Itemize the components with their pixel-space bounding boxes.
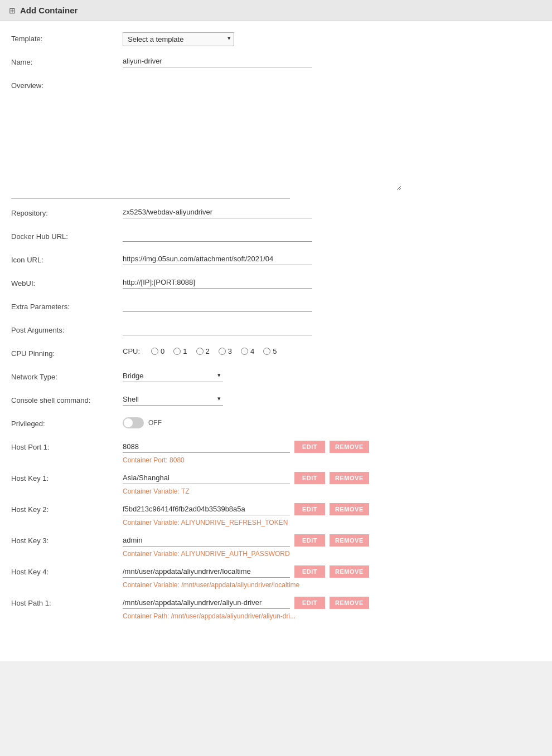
cpu-option-2[interactable]: 2 [196,347,210,355]
form-body: Template: Select a template nginx ubuntu… [0,21,552,639]
cpu-pinning-control: CPU: 0 1 2 3 4 [123,347,541,355]
host-key-2-edit-button[interactable]: EDIT [294,503,325,515]
privileged-row: Privileged: OFF [11,417,541,433]
privileged-label: Privileged: [11,417,123,428]
host-key-1-input[interactable] [123,472,290,484]
host-key-1-label: Host Key 1: [11,472,123,482]
host-port-1-control: EDIT REMOVE Container Port: 8080 [123,441,541,464]
cpu-radio-2[interactable] [196,348,204,355]
template-control: Select a template nginx ubuntu alpine [123,32,541,46]
host-key-2-input-row: EDIT REMOVE [123,503,541,515]
host-port-1-label: Host Port 1: [11,441,123,451]
host-key-2-remove-button[interactable]: REMOVE [330,503,369,515]
cpu-option-5[interactable]: 5 [263,347,277,355]
docker-hub-url-control [123,230,541,242]
host-path-1-row: Host Path 1: EDIT REMOVE Container Path:… [11,597,541,620]
overview-control [123,79,541,191]
icon-url-label: Icon URL: [11,253,123,264]
post-arguments-input[interactable] [123,324,312,335]
host-key-4-container-label: Container Variable: /mnt/user/appdata/al… [123,581,541,589]
icon-url-input[interactable] [123,253,312,265]
name-input[interactable] [123,56,312,67]
webui-control [123,277,541,289]
host-port-1-edit-button[interactable]: EDIT [294,441,325,453]
webui-input[interactable] [123,277,312,289]
name-row: Name: [11,56,541,71]
docker-hub-url-label: Docker Hub URL: [11,230,123,241]
webui-row: WebUI: [11,277,541,292]
page-title: Add Container [20,6,78,15]
host-path-1-label: Host Path 1: [11,597,123,607]
host-key-1-input-row: EDIT REMOVE [123,472,541,484]
host-key-1-edit-button[interactable]: EDIT [294,472,325,484]
network-type-control: Bridge Host None Custom [123,370,541,382]
cpu-option-3[interactable]: 3 [219,347,232,355]
privileged-control: OFF [123,417,541,428]
host-key-4-row: Host Key 4: EDIT REMOVE Container Variab… [11,565,541,589]
host-key-1-remove-button[interactable]: REMOVE [330,472,369,484]
host-port-1-input[interactable] [123,441,290,453]
host-port-1-remove-button[interactable]: REMOVE [330,441,369,453]
cpu-option-1[interactable]: 1 [173,347,187,355]
host-port-1-input-row: EDIT REMOVE [123,441,541,453]
network-type-select-wrapper: Bridge Host None Custom [123,370,223,382]
host-path-1-edit-button[interactable]: EDIT [294,597,325,609]
cpu-radio-0[interactable] [151,348,158,355]
cpu-radio-3[interactable] [219,348,226,355]
name-label: Name: [11,56,123,66]
grid-icon: ⊞ [9,6,16,15]
host-path-1-remove-button[interactable]: REMOVE [330,597,369,609]
host-key-4-remove-button[interactable]: REMOVE [330,565,369,578]
overview-textarea[interactable] [123,79,401,191]
host-key-3-container-label: Container Variable: ALIYUNDRIVE_AUTH_PAS… [123,550,541,558]
overview-row: Overview: [11,79,541,191]
network-type-label: Network Type: [11,370,123,381]
cpu-radio-1[interactable] [173,348,181,355]
cpu-option-4[interactable]: 4 [241,347,254,355]
template-label: Template: [11,32,123,43]
console-shell-row: Console shell command: Shell bash sh ash [11,394,541,409]
cpu-pinning-row: CPU Pinning: CPU: 0 1 2 3 [11,347,541,363]
icon-url-row: Icon URL: [11,253,541,269]
host-key-4-input-row: EDIT REMOVE [123,565,541,578]
privileged-toggle[interactable] [123,417,144,428]
host-key-3-remove-button[interactable]: REMOVE [330,534,369,547]
cpu-option-0[interactable]: 0 [151,347,164,355]
console-shell-control: Shell bash sh ash [123,394,541,406]
host-key-2-input[interactable] [123,504,290,515]
host-key-3-control: EDIT REMOVE Container Variable: ALIYUNDR… [123,534,541,558]
cpu-radio-5[interactable] [263,348,270,355]
host-key-3-row: Host Key 3: EDIT REMOVE Container Variab… [11,534,541,558]
host-key-2-control: EDIT REMOVE Container Variable: ALIYUNDR… [123,503,541,526]
docker-hub-url-input[interactable] [123,230,312,242]
extra-parameters-row: Extra Parameters: [11,300,541,316]
console-shell-select[interactable]: Shell bash sh ash [123,394,223,406]
host-key-4-edit-button[interactable]: EDIT [294,565,325,578]
name-control [123,56,541,67]
host-key-2-label: Host Key 2: [11,503,123,514]
host-key-1-container-label: Container Variable: TZ [123,487,541,495]
host-path-1-input[interactable] [123,597,290,609]
host-key-4-label: Host Key 4: [11,565,123,576]
extra-parameters-input[interactable] [123,300,312,312]
template-select[interactable]: Select a template nginx ubuntu alpine [123,32,234,46]
host-port-1-container-label: Container Port: 8080 [123,456,541,464]
host-key-4-input[interactable] [123,566,290,578]
host-key-3-edit-button[interactable]: EDIT [294,534,325,547]
cpu-radio-4[interactable] [241,348,248,355]
post-arguments-control [123,324,541,335]
page-header: ⊞ Add Container [0,0,552,21]
repository-row: Repository: [11,207,541,222]
repository-input[interactable] [123,207,312,218]
network-type-select[interactable]: Bridge Host None Custom [123,370,223,382]
extra-parameters-control [123,300,541,312]
host-key-2-row: Host Key 2: EDIT REMOVE Container Variab… [11,503,541,526]
page-container: ⊞ Add Container Template: Select a templ… [0,0,552,661]
host-path-1-control: EDIT REMOVE Container Path: /mnt/user/ap… [123,597,541,620]
repository-control [123,207,541,218]
template-select-wrapper: Select a template nginx ubuntu alpine [123,32,234,46]
host-key-2-container-label: Container Variable: ALIYUNDRIVE_REFRESH_… [123,519,541,526]
post-arguments-label: Post Arguments: [11,324,123,334]
host-key-3-input[interactable] [123,535,290,547]
host-path-1-container-label: Container Path: /mnt/user/appdata/aliyun… [123,612,541,620]
